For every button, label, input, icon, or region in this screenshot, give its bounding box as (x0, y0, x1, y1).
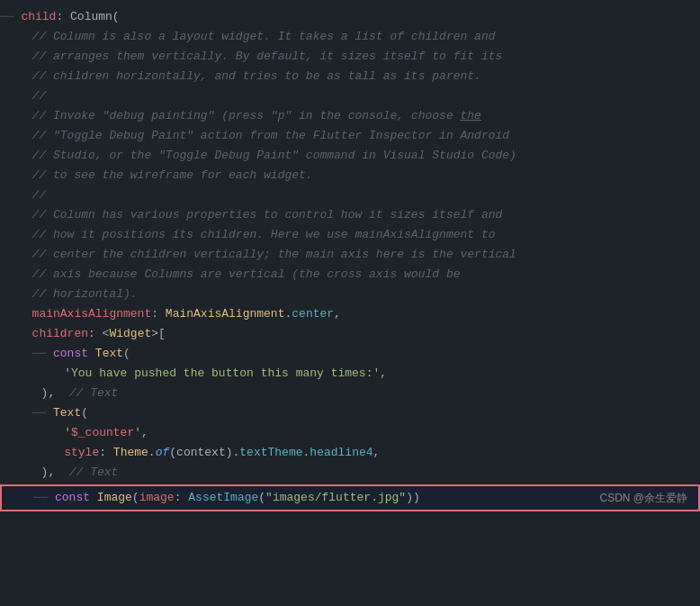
code-line-c4: // (0, 86, 700, 106)
code-line-text2: ── Text( (0, 403, 700, 423)
code-line-style: style: Theme.of(context).textTheme.headl… (0, 443, 700, 463)
code-line-mainaxis: mainAxisAlignment: MainAxisAlignment.cen… (0, 304, 700, 324)
code-line-c10: // Column has various properties to cont… (0, 205, 700, 225)
code-line-const-text: ── const Text( (0, 344, 700, 364)
code-line-c3: // children horizontally, and tries to b… (0, 67, 700, 86)
code-line-c5: // Invoke "debug painting" (press "p" in… (0, 106, 700, 126)
code-line-c7: // Studio, or the "Toggle Debug Paint" c… (0, 146, 700, 166)
code-line-image: ── const Image(image: AssetImage("images… (0, 484, 700, 511)
code-editor: ── child: Column( // Column is also a la… (0, 0, 700, 606)
code-line-c8: // to see the wireframe for each widget. (0, 166, 700, 185)
code-line-children: children: <Widget>[ (0, 324, 700, 344)
code-line-string1: 'You have pushed the button this many ti… (0, 364, 700, 384)
code-line-close1: ), // Text (0, 384, 700, 403)
code-line-c1: // Column is also a layout widget. It ta… (0, 27, 700, 47)
code-line-c12: // center the children vertically; the m… (0, 245, 700, 265)
code-line-c6: // "Toggle Debug Paint" action from the … (0, 126, 700, 146)
watermark-text: CSDN @余生爱静 (599, 488, 698, 508)
code-line-c9: // (0, 185, 700, 205)
code-line-c14: // horizontal). (0, 285, 700, 304)
code-line-c13: // axis because Columns are vertical (th… (0, 265, 700, 285)
code-line-close2: ), // Text (0, 463, 700, 483)
code-line-child: ── child: Column( (0, 7, 700, 27)
code-line-c11: // how it positions its children. Here w… (0, 225, 700, 245)
code-line-c2: // arranges them vertically. By default,… (0, 47, 700, 67)
code-line-counter: '$_counter', (0, 423, 700, 443)
